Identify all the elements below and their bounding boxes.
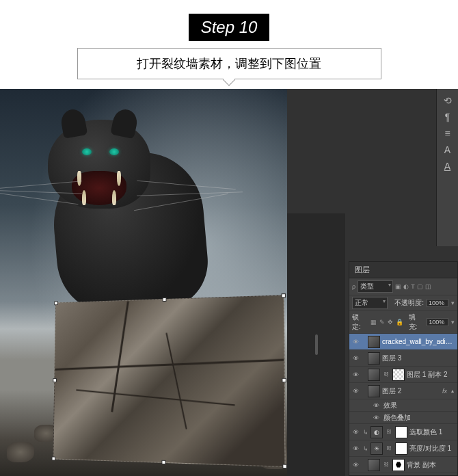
transform-handle[interactable]	[282, 378, 286, 382]
layer-mask-thumbnail[interactable]	[395, 426, 407, 438]
right-dock-toolbar: ⟲ ¶ ≡ A A	[436, 89, 458, 246]
lock-all-icon[interactable]: 🔒	[396, 319, 403, 326]
layer-effect-item[interactable]: 👁 颜色叠加	[349, 412, 457, 424]
character-icon[interactable]: A	[440, 142, 456, 157]
panel-divider[interactable]	[287, 213, 345, 476]
layer-name[interactable]: 选取颜色 1	[409, 427, 456, 437]
transform-handle[interactable]	[163, 298, 167, 302]
layer-row[interactable]: 👁 ↳ ◐ ⛓ 选取颜色 1	[349, 424, 457, 440]
visibility-toggle-icon[interactable]: 👁	[351, 388, 360, 395]
effect-name: 颜色叠加	[381, 413, 411, 423]
effects-label: 效果	[381, 401, 397, 410]
filter-type-icon[interactable]: ρ	[352, 283, 355, 290]
fill-input[interactable]: 100%	[427, 318, 448, 326]
layer-name[interactable]: 图层 3	[382, 354, 456, 363]
layer-thumbnail[interactable]	[368, 336, 380, 348]
filter-kind-dropdown[interactable]: 类型	[358, 280, 393, 293]
lock-brush-icon[interactable]: ✎	[379, 319, 385, 326]
layer-row[interactable]: 👁 cracked_wall_by_adigital...	[349, 334, 457, 350]
collapse-effects-icon[interactable]: ▴	[449, 388, 456, 394]
lock-pixels-icon[interactable]: ▦	[371, 319, 377, 326]
layer-thumbnail[interactable]	[368, 352, 380, 365]
layer-name[interactable]: cracked_wall_by_adigital...	[382, 338, 456, 345]
instruction-box: 打开裂纹墙素材，调整到下图位置	[77, 48, 381, 79]
layers-list[interactable]: 👁 cracked_wall_by_adigital... 👁 图层 3 👁 ⛓…	[349, 334, 457, 476]
cracked-wall-layer[interactable]	[53, 295, 285, 467]
paragraph-icon[interactable]: ¶	[440, 109, 456, 124]
lock-label: 锁定:	[352, 313, 368, 332]
tutorial-header: Step 10 打开裂纹墙素材，调整到下图位置	[0, 0, 458, 79]
transform-handle[interactable]	[281, 293, 286, 298]
visibility-toggle-icon[interactable]: 👁	[371, 414, 381, 421]
visibility-toggle-icon[interactable]: 👁	[351, 429, 360, 436]
smart-filter-icon[interactable]: ◫	[425, 283, 431, 290]
transform-handle[interactable]	[282, 464, 287, 469]
layer-row[interactable]: 👁 ⛓ 图层 1 副本 2	[349, 367, 457, 383]
visibility-toggle-icon[interactable]: 👁	[351, 355, 360, 362]
adjustment-thumbnail[interactable]: ☀	[371, 442, 383, 455]
layer-name[interactable]: 背景 副本	[407, 460, 456, 470]
layers-blend-bar: 正常 不透明度: 100% ▾	[349, 295, 457, 311]
character-style-icon[interactable]: A	[440, 159, 456, 174]
transform-handle[interactable]	[52, 456, 56, 460]
chevron-down-icon[interactable]: ▾	[451, 300, 455, 306]
adjustment-filter-icon[interactable]: ◐	[403, 283, 409, 290]
link-mask-icon[interactable]: ⛓	[382, 462, 390, 468]
layer-thumbnail[interactable]	[368, 369, 380, 381]
document-canvas[interactable]	[0, 89, 287, 476]
layers-filter-bar: ρ 类型 ▣ ◐ T ▢ ◫	[349, 278, 457, 295]
layer-mask-thumbnail[interactable]	[392, 459, 405, 471]
visibility-toggle-icon[interactable]: 👁	[351, 339, 360, 345]
blend-mode-dropdown[interactable]: 正常	[352, 297, 388, 309]
history-icon[interactable]: ⟲	[440, 93, 456, 108]
layer-thumbnail[interactable]	[368, 459, 380, 471]
clip-icon: ↳	[363, 445, 368, 452]
layer-effects-header[interactable]: 👁 效果	[349, 399, 457, 412]
lock-move-icon[interactable]: ✥	[388, 319, 393, 326]
link-mask-icon[interactable]: ⛓	[385, 429, 393, 435]
chevron-down-icon[interactable]: ▾	[451, 319, 455, 326]
layers-lock-bar: 锁定: ▦ ✎ ✥ 🔒 填充: 100% ▾	[349, 311, 457, 334]
panther-statue	[21, 106, 219, 315]
fx-badge[interactable]: fx	[440, 388, 449, 395]
layer-name[interactable]: 图层 2	[382, 386, 440, 396]
align-icon[interactable]: ≡	[440, 126, 456, 141]
photoshop-workspace: ⟲ ¶ ≡ A A 图层 ρ 类型 ▣ ◐ T ▢ ◫ 正常 不透明度: 100…	[0, 89, 458, 476]
layer-row[interactable]: 👁 ⛓ 背景 副本	[349, 457, 457, 473]
visibility-toggle-icon[interactable]: 👁	[351, 371, 360, 378]
layers-panel: 图层 ρ 类型 ▣ ◐ T ▢ ◫ 正常 不透明度: 100% ▾ 锁定: ▦ …	[349, 261, 458, 476]
layers-panel-title[interactable]: 图层	[349, 262, 457, 278]
layer-thumbnail[interactable]	[368, 385, 380, 397]
layer-mask-thumbnail[interactable]	[392, 369, 405, 381]
type-filter-icon[interactable]: T	[411, 283, 415, 290]
layer-name[interactable]: 亮度/对比度 1	[409, 444, 456, 453]
instruction-text: 打开裂纹墙素材，调整到下图位置	[137, 57, 321, 70]
transform-handle[interactable]	[54, 301, 57, 305]
image-filter-icon[interactable]: ▣	[395, 283, 401, 290]
visibility-toggle-icon[interactable]: 👁	[351, 462, 360, 468]
link-mask-icon[interactable]: ⛓	[385, 445, 393, 451]
visibility-toggle-icon[interactable]: 👁	[371, 402, 381, 409]
visibility-toggle-icon[interactable]: 👁	[351, 445, 360, 452]
fill-label: 填充:	[409, 313, 425, 332]
opacity-label: 不透明度:	[394, 298, 424, 308]
layer-mask-thumbnail[interactable]	[395, 442, 407, 455]
opacity-input[interactable]: 100%	[427, 299, 448, 307]
shape-filter-icon[interactable]: ▢	[417, 283, 423, 290]
clip-icon: ↳	[363, 429, 368, 436]
transform-handle[interactable]	[161, 460, 165, 464]
link-mask-icon[interactable]: ⛓	[382, 371, 390, 378]
layer-row[interactable]: 👁 图层 3	[349, 350, 457, 367]
step-badge: Step 10	[189, 14, 270, 41]
adjustment-thumbnail[interactable]: ◐	[371, 426, 383, 438]
layer-name[interactable]: 图层 1 副本 2	[407, 370, 456, 380]
layer-row[interactable]: 👁 图层 2 fx ▴	[349, 383, 457, 399]
layer-row[interactable]: 👁 ↳ ☀ ⛓ 亮度/对比度 1	[349, 440, 457, 457]
transform-handle[interactable]	[53, 378, 57, 382]
